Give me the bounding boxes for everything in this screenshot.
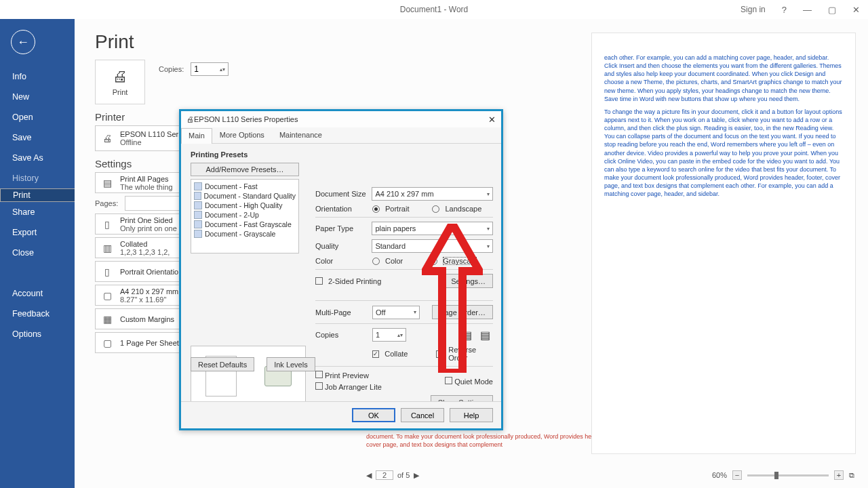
print-preview-checkbox[interactable] — [315, 371, 323, 378]
printer-status: Offline — [120, 138, 188, 146]
preview-thumbnail — [191, 346, 306, 407]
preset-icon — [194, 182, 202, 190]
page-per-sheet-icon: ▢ — [100, 338, 115, 348]
color-radio[interactable] — [372, 258, 380, 265]
preset-item: Document - Grayscale — [194, 229, 296, 239]
ink-levels-button[interactable]: Ink Levels — [267, 357, 315, 371]
printer-small-icon: 🖨 — [186, 115, 194, 123]
preset-icon — [194, 220, 202, 228]
dialog-titlebar: 🖨 EPSON L110 Series Properties ✕ — [181, 111, 501, 127]
dialog-footer: OK Cancel Help — [181, 401, 501, 428]
title-bar: Document1 - Word Sign in ? — ▢ ✕ — [0, 0, 868, 19]
quality-label: Quality — [315, 242, 366, 250]
landscape-radio[interactable] — [432, 205, 439, 213]
collate-diagram-icon: ▤ ▤ — [462, 329, 493, 342]
grayscale-label: Grayscale — [443, 257, 477, 265]
preset-item: Document - Standard Quality — [194, 191, 296, 201]
quiet-mode-checkbox[interactable] — [445, 377, 452, 384]
nav-info[interactable]: Info — [0, 66, 75, 87]
nav-save-as[interactable]: Save As — [0, 148, 75, 168]
collated-icon: ▥ — [100, 243, 115, 253]
paper-icon: ▢ — [100, 290, 115, 301]
copies-spinner[interactable]: 1▴▾ — [191, 62, 229, 76]
nav-history[interactable]: History — [0, 168, 75, 188]
print-preview: each other. For example, you can add a m… — [591, 33, 856, 454]
nav-close[interactable]: Close — [0, 243, 75, 263]
nav-feedback[interactable]: Feedback — [0, 304, 75, 324]
sign-in-link[interactable]: Sign in — [732, 5, 774, 14]
presets-heading: Printing Presets — [191, 150, 492, 159]
document-size-select[interactable]: A4 210 x 297 mm▾ — [372, 187, 493, 201]
prev-page-button[interactable]: ◀ — [366, 471, 372, 480]
copies-spinner-2[interactable]: 1▴▾ — [372, 328, 406, 342]
page-count-label: of 5 — [397, 471, 410, 479]
document-size-label: Document Size — [315, 190, 366, 198]
pages-label: Pages: — [95, 199, 118, 207]
current-page-input[interactable]: 2 — [376, 470, 393, 480]
quality-select[interactable]: Standard▾ — [372, 239, 493, 253]
nav-open[interactable]: Open — [0, 107, 75, 127]
color-label: Color — [315, 257, 367, 265]
backstage-nav: ← Info New Open Save Save As History Pri… — [0, 19, 75, 488]
portrait-radio[interactable] — [372, 205, 380, 213]
nav-new[interactable]: New — [0, 87, 75, 107]
next-page-button[interactable]: ▶ — [414, 471, 419, 480]
print-settings-form: Document Size A4 210 x 297 mm▾ Orientati… — [315, 183, 493, 413]
printer-icon: 🖨 — [113, 68, 127, 85]
tab-main[interactable]: Main — [181, 128, 212, 144]
multi-page-label: Multi-Page — [315, 308, 367, 317]
nav-export[interactable]: Export — [0, 222, 75, 243]
copies-label: Copies: — [159, 65, 184, 73]
collate-checkbox[interactable]: ✓ — [372, 350, 379, 358]
minimize-icon[interactable]: — — [795, 5, 820, 15]
nav-options[interactable]: Options — [0, 324, 75, 344]
multi-page-select[interactable]: Off▾ — [372, 306, 420, 319]
printer-icon: 🖨 — [100, 133, 115, 144]
maximize-icon[interactable]: ▢ — [820, 5, 844, 15]
nav-save[interactable]: Save — [0, 127, 75, 148]
job-arranger-checkbox[interactable] — [315, 382, 323, 390]
printer-name: EPSON L110 Series — [120, 130, 188, 138]
preset-item: Document - 2-Up — [194, 210, 296, 220]
help-button[interactable]: Help — [450, 408, 493, 422]
tab-more-options[interactable]: More Options — [212, 127, 272, 143]
dialog-tabs: Main More Options Maintenance — [181, 127, 501, 144]
print-button[interactable]: 🖨 Print — [95, 60, 145, 104]
cancel-button[interactable]: Cancel — [401, 408, 444, 422]
two-sided-settings-button[interactable]: Settings… — [443, 274, 493, 288]
orientation-label: Orientation — [315, 205, 367, 213]
preset-item: Document - Fast Grayscale — [194, 220, 296, 229]
reverse-order-checkbox[interactable] — [436, 350, 443, 358]
back-button[interactable]: ← — [11, 30, 35, 54]
help-icon[interactable]: ? — [774, 5, 795, 15]
preset-icon — [194, 230, 202, 238]
tab-maintenance[interactable]: Maintenance — [272, 127, 330, 143]
paper-type-label: Paper Type — [315, 224, 366, 232]
two-sided-checkbox[interactable] — [315, 277, 323, 285]
preset-icon — [194, 201, 202, 209]
copies-label-2: Copies — [315, 331, 367, 339]
fit-page-icon[interactable]: ⧉ — [849, 471, 854, 480]
page-order-button[interactable]: Page Order… — [432, 305, 493, 319]
app-title: Document1 - Word — [400, 5, 468, 14]
reset-defaults-button[interactable]: Reset Defaults — [191, 357, 254, 371]
close-icon[interactable]: ✕ — [844, 5, 868, 15]
preset-icon — [194, 211, 202, 219]
preset-item: Document - Fast — [194, 182, 296, 191]
dialog-close-button[interactable]: ✕ — [488, 115, 496, 125]
presets-list[interactable]: Document - Fast Document - Standard Qual… — [191, 179, 299, 253]
paper-type-select[interactable]: plain papers▾ — [372, 222, 493, 235]
nav-share[interactable]: Share — [0, 202, 75, 222]
zoom-out-button[interactable]: − — [732, 470, 742, 480]
zoom-value: 60% — [712, 471, 727, 479]
add-remove-presets-button[interactable]: Add/Remove Presets… — [191, 163, 299, 176]
nav-account[interactable]: Account — [0, 283, 75, 304]
zoom-slider[interactable] — [747, 474, 829, 476]
zoom-in-button[interactable]: + — [834, 470, 844, 480]
ok-button[interactable]: OK — [352, 408, 395, 422]
margins-icon: ▦ — [100, 314, 115, 325]
preset-icon — [194, 192, 201, 200]
page-navigator: ◀ 2 of 5 ▶ — [366, 470, 419, 480]
pages-icon: ▤ — [100, 178, 115, 188]
grayscale-radio[interactable] — [430, 258, 437, 265]
